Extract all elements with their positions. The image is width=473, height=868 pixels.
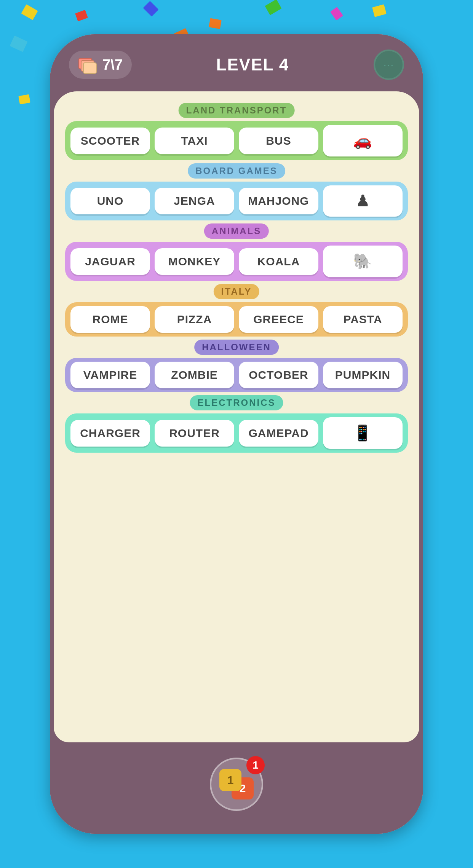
confetti-4	[209, 18, 222, 29]
tile-elephant-icon[interactable]: 🐘	[323, 246, 403, 277]
confetti-2	[75, 10, 88, 21]
phone-inner: 7\7 LEVEL 4 ⋯ LAND TRANSPORT SCOOTER TAX…	[50, 34, 423, 834]
score-button[interactable]: 1 2 1	[210, 758, 263, 811]
tile-chess-icon[interactable]: ♟	[323, 185, 403, 217]
tile-rome[interactable]: ROME	[70, 306, 150, 333]
game-board: LAND TRANSPORT SCOOTER TAXI BUS 🚗 BOARD …	[54, 91, 419, 742]
tile-jaguar[interactable]: JAGUAR	[70, 248, 150, 275]
chess-icon: ♟	[356, 192, 370, 210]
category-row-electronics: CHARGER ROUTER GAMEPAD 📱	[65, 413, 408, 453]
tile-bus[interactable]: BUS	[239, 128, 318, 154]
category-label-italy: ITALY	[214, 284, 259, 299]
category-label-halloween: HALLOWEEN	[194, 340, 279, 355]
category-label-land-transport: LAND TRANSPORT	[179, 103, 295, 118]
lives-text: 7\7	[102, 57, 123, 73]
category-group-halloween: HALLOWEEN VAMPIRE ZOMBIE OCTOBER PUMPKIN	[65, 340, 408, 392]
tile-phone-icon[interactable]: 📱	[323, 417, 403, 449]
confetti-8	[10, 35, 27, 52]
menu-dots-icon: ⋯	[383, 59, 395, 71]
category-group-land-transport: LAND TRANSPORT SCOOTER TAXI BUS 🚗	[65, 103, 408, 160]
tile-gamepad[interactable]: GAMEPAD	[239, 420, 318, 447]
category-label-animals: ANIMALS	[204, 223, 269, 239]
category-row-board-games: UNO JENGA MAHJONG ♟	[65, 182, 408, 220]
confetti-14	[18, 94, 30, 105]
bottom-section: 1 2 1	[50, 742, 423, 834]
tile-car-icon[interactable]: 🚗	[323, 125, 403, 156]
header: 7\7 LEVEL 4 ⋯	[50, 34, 423, 91]
tile-router[interactable]: ROUTER	[155, 420, 234, 447]
phone-icon: 📱	[353, 424, 372, 442]
score-tiles: 1 2	[219, 769, 254, 799]
confetti-6	[330, 7, 343, 21]
tile-greece[interactable]: GREECE	[239, 306, 318, 333]
confetti-5	[265, 0, 281, 15]
tile-monkey[interactable]: MONKEY	[155, 248, 234, 275]
category-label-electronics: ELECTRONICS	[190, 395, 283, 410]
tile-koala[interactable]: KOALA	[239, 248, 318, 275]
svg-rect-2	[83, 63, 96, 73]
tile-pizza[interactable]: PIZZA	[155, 306, 234, 333]
category-label-board-games: BOARD GAMES	[188, 163, 285, 179]
tile-pasta[interactable]: PASTA	[323, 306, 403, 333]
confetti-3	[143, 1, 158, 16]
tile-pumpkin[interactable]: PUMPKIN	[323, 362, 403, 388]
category-group-electronics: ELECTRONICS CHARGER ROUTER GAMEPAD 📱	[65, 395, 408, 453]
tile-vampire[interactable]: VAMPIRE	[70, 362, 150, 388]
category-group-italy: ITALY ROME PIZZA GREECE PASTA	[65, 284, 408, 337]
tile-charger[interactable]: CHARGER	[70, 420, 150, 447]
category-group-board-games: BOARD GAMES UNO JENGA MAHJONG ♟	[65, 163, 408, 220]
elephant-icon: 🐘	[353, 252, 372, 270]
phone-frame: 7\7 LEVEL 4 ⋯ LAND TRANSPORT SCOOTER TAX…	[50, 34, 423, 834]
confetti-7	[372, 4, 387, 17]
lives-icon	[78, 55, 97, 74]
tile-jenga[interactable]: JENGA	[155, 188, 234, 214]
category-group-animals: ANIMALS JAGUAR MONKEY KOALA 🐘	[65, 223, 408, 281]
tile-october[interactable]: OCTOBER	[239, 362, 318, 388]
category-row-animals: JAGUAR MONKEY KOALA 🐘	[65, 242, 408, 281]
tile-scooter[interactable]: SCOOTER	[70, 128, 150, 154]
tile-zombie[interactable]: ZOMBIE	[155, 362, 234, 388]
score-tile-1: 1	[219, 769, 241, 791]
category-row-halloween: VAMPIRE ZOMBIE OCTOBER PUMPKIN	[65, 358, 408, 392]
lives-container: 7\7	[69, 51, 132, 79]
menu-button[interactable]: ⋯	[374, 49, 404, 80]
tile-mahjong[interactable]: MAHJONG	[239, 188, 318, 214]
level-title: LEVEL 4	[216, 55, 289, 74]
car-icon: 🚗	[353, 132, 372, 150]
confetti-1	[21, 4, 38, 20]
category-row-italy: ROME PIZZA GREECE PASTA	[65, 302, 408, 337]
score-badge: 1	[246, 756, 265, 774]
tile-uno[interactable]: UNO	[70, 188, 150, 214]
tile-taxi[interactable]: TAXI	[155, 128, 234, 154]
category-row-land-transport: SCOOTER TAXI BUS 🚗	[65, 121, 408, 160]
